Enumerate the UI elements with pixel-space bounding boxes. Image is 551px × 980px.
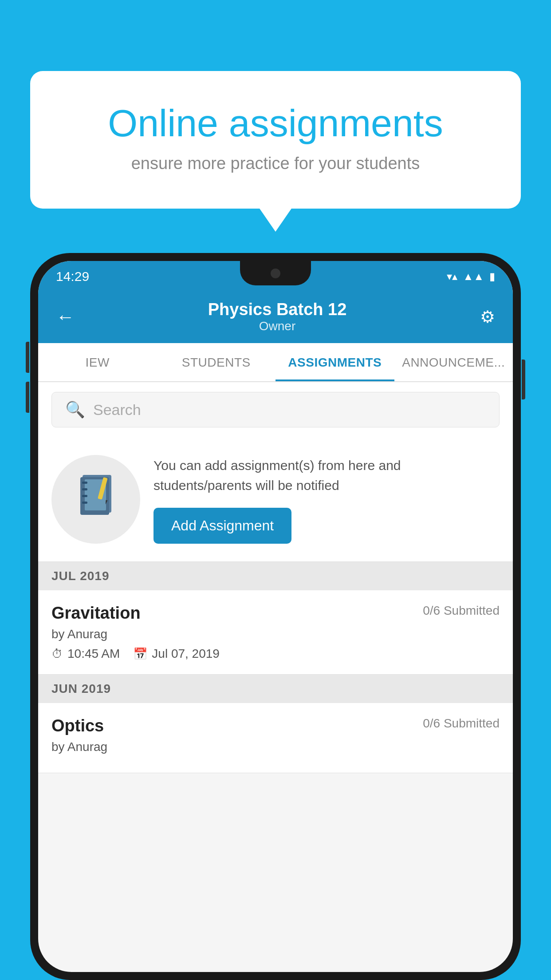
- svg-rect-4: [82, 488, 87, 490]
- assignment-row-top: Gravitation 0/6 Submitted: [51, 604, 500, 623]
- volume-up-button: [26, 342, 29, 373]
- power-button: [522, 360, 525, 399]
- assignment-name-gravitation: Gravitation: [51, 604, 141, 623]
- add-assignment-button[interactable]: Add Assignment: [153, 508, 291, 544]
- svg-rect-5: [82, 495, 87, 497]
- tab-iew[interactable]: IEW: [38, 343, 157, 381]
- assignment-name-optics: Optics: [51, 716, 104, 735]
- assignment-row-top-optics: Optics 0/6 Submitted: [51, 716, 500, 735]
- svg-rect-6: [82, 502, 87, 504]
- settings-icon[interactable]: ⚙: [480, 307, 495, 327]
- assignment-gravitation[interactable]: Gravitation 0/6 Submitted by Anurag ⏱ 10…: [38, 590, 513, 675]
- battery-icon: ▮: [489, 270, 495, 283]
- bubble-subtitle: ensure more practice for your students: [66, 154, 485, 173]
- status-bar: 14:29 ▾▴ ▲▲ ▮: [38, 261, 513, 292]
- bubble-title: Online assignments: [66, 102, 485, 144]
- section-header-jun: JUN 2019: [38, 675, 513, 703]
- assignment-date: Jul 07, 2019: [152, 647, 220, 661]
- clock-icon: ⏱: [51, 647, 63, 661]
- speech-bubble-wrapper: Online assignments ensure more practice …: [30, 71, 521, 209]
- section-header-jul: JUL 2019: [38, 562, 513, 590]
- signal-icon: ▲▲: [463, 270, 484, 283]
- tab-students[interactable]: STUDENTS: [157, 343, 276, 381]
- search-box[interactable]: 🔍 Search: [51, 392, 500, 427]
- search-icon: 🔍: [65, 400, 85, 419]
- promo-text: You can add assignment(s) from here and …: [153, 455, 500, 495]
- phone-outer: 14:29 ▾▴ ▲▲ ▮ ← Physics Batch 12 Owner ⚙: [30, 253, 521, 980]
- back-button[interactable]: ←: [56, 306, 75, 328]
- status-time: 14:29: [56, 269, 89, 284]
- search-container: 🔍 Search: [38, 382, 513, 437]
- svg-rect-3: [82, 482, 87, 484]
- wifi-icon: ▾▴: [447, 270, 457, 283]
- app-header: ← Physics Batch 12 Owner ⚙: [38, 292, 513, 343]
- volume-down-button: [26, 382, 29, 413]
- camera: [271, 269, 280, 278]
- batch-role: Owner: [208, 319, 347, 333]
- promo-section: You can add assignment(s) from here and …: [38, 437, 513, 562]
- assignment-time: 10:45 AM: [67, 647, 120, 661]
- assignment-by-gravitation: by Anurag: [51, 627, 500, 641]
- notebook-icon: [76, 473, 116, 526]
- batch-title: Physics Batch 12: [208, 300, 347, 319]
- speech-bubble: Online assignments ensure more practice …: [30, 71, 521, 209]
- tab-announcements[interactable]: ANNOUNCEME...: [394, 343, 513, 381]
- promo-icon-circle: [51, 455, 140, 544]
- assignment-submitted-optics: 0/6 Submitted: [423, 716, 500, 731]
- assignment-by-optics: by Anurag: [51, 740, 500, 754]
- phone-screen: 14:29 ▾▴ ▲▲ ▮ ← Physics Batch 12 Owner ⚙: [38, 261, 513, 972]
- assignment-meta-gravitation: ⏱ 10:45 AM 📅 Jul 07, 2019: [51, 647, 500, 661]
- tab-assignments[interactable]: ASSIGNMENTS: [276, 343, 394, 381]
- status-icons: ▾▴ ▲▲ ▮: [447, 270, 495, 283]
- assignment-optics[interactable]: Optics 0/6 Submitted by Anurag: [38, 703, 513, 773]
- notch: [240, 261, 311, 285]
- assignment-submitted-gravitation: 0/6 Submitted: [423, 604, 500, 618]
- tabs-bar: IEW STUDENTS ASSIGNMENTS ANNOUNCEME...: [38, 343, 513, 382]
- calendar-icon: 📅: [133, 647, 147, 661]
- phone-device: 14:29 ▾▴ ▲▲ ▮ ← Physics Batch 12 Owner ⚙: [30, 253, 521, 980]
- search-placeholder: Search: [93, 401, 141, 419]
- promo-right: You can add assignment(s) from here and …: [153, 455, 500, 544]
- date-meta: 📅 Jul 07, 2019: [133, 647, 220, 661]
- time-meta: ⏱ 10:45 AM: [51, 647, 120, 661]
- header-title-group: Physics Batch 12 Owner: [208, 300, 347, 333]
